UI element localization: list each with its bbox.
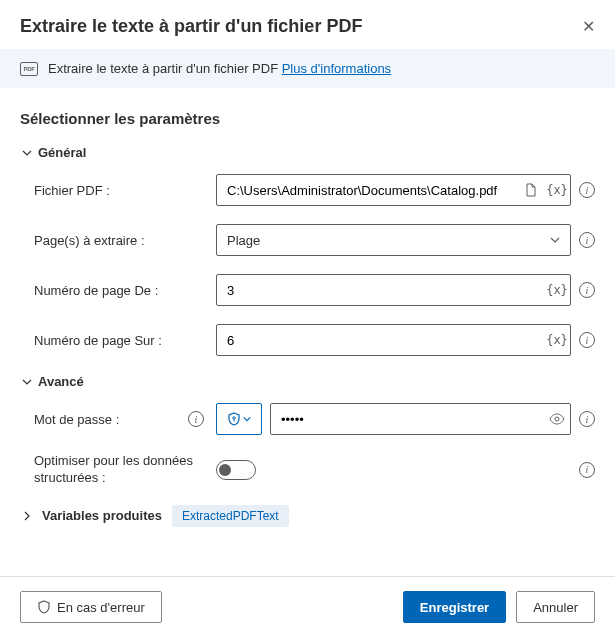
- row-pdf-file: Fichier PDF : {x} i: [20, 174, 595, 206]
- group-advanced[interactable]: Avancé: [22, 374, 595, 389]
- eye-icon[interactable]: [544, 411, 570, 427]
- pdf-file-input-wrap: {x}: [216, 174, 571, 206]
- pdf-file-label: Fichier PDF :: [34, 183, 216, 198]
- pages-select[interactable]: Plage: [216, 224, 571, 256]
- row-pages: Page(s) à extraire : Plage i: [20, 224, 595, 256]
- info-icon[interactable]: i: [579, 282, 595, 298]
- svg-point-0: [233, 417, 235, 419]
- pdf-file-input[interactable]: [217, 175, 518, 205]
- variable-picker-icon[interactable]: {x}: [544, 183, 570, 197]
- page-to-label: Numéro de page Sur :: [34, 333, 216, 348]
- close-icon[interactable]: ✕: [582, 17, 595, 36]
- variable-picker-icon[interactable]: {x}: [544, 283, 570, 297]
- dialog-footer: En cas d'erreur Enregistrer Annuler: [0, 576, 615, 637]
- page-to-input[interactable]: [217, 325, 544, 355]
- more-info-link[interactable]: Plus d'informations: [282, 61, 391, 76]
- page-to-input-wrap: {x}: [216, 324, 571, 356]
- password-input-wrap: [270, 403, 571, 435]
- pages-label: Page(s) à extraire :: [34, 233, 216, 248]
- row-password: Mot de passe : i i: [20, 403, 595, 435]
- optimize-label: Optimiser pour les données structurées :: [34, 453, 216, 487]
- page-from-input-wrap: {x}: [216, 274, 571, 306]
- cancel-button[interactable]: Annuler: [516, 591, 595, 623]
- password-label: Mot de passe : i: [34, 411, 216, 427]
- section-title: Sélectionner les paramètres: [20, 110, 595, 127]
- file-picker-icon[interactable]: [518, 183, 544, 197]
- variables-label: Variables produites: [42, 508, 162, 523]
- dialog-title: Extraire le texte à partir d'un fichier …: [20, 16, 362, 37]
- group-general[interactable]: Général: [22, 145, 595, 160]
- chevron-right-icon: [22, 511, 32, 521]
- banner-text: Extraire le texte à partir d'un fichier …: [48, 61, 391, 76]
- chevron-down-icon: [22, 148, 32, 158]
- chevron-down-icon: [243, 415, 251, 423]
- optimize-toggle[interactable]: [216, 460, 256, 480]
- info-icon[interactable]: i: [579, 232, 595, 248]
- info-icon[interactable]: i: [579, 411, 595, 427]
- password-input[interactable]: [271, 404, 544, 434]
- row-page-from: Numéro de page De : {x} i: [20, 274, 595, 306]
- page-from-input[interactable]: [217, 275, 544, 305]
- row-optimize: Optimiser pour les données structurées :…: [20, 453, 595, 487]
- variables-row[interactable]: Variables produites ExtractedPDFText: [20, 505, 595, 527]
- info-icon[interactable]: i: [579, 462, 595, 478]
- credential-picker[interactable]: [216, 403, 262, 435]
- save-button[interactable]: Enregistrer: [403, 591, 506, 623]
- page-from-label: Numéro de page De :: [34, 283, 216, 298]
- row-page-to: Numéro de page Sur : {x} i: [20, 324, 595, 356]
- info-icon[interactable]: i: [579, 332, 595, 348]
- info-icon[interactable]: i: [579, 182, 595, 198]
- variable-pill[interactable]: ExtractedPDFText: [172, 505, 289, 527]
- svg-point-1: [555, 417, 559, 421]
- shield-icon: [37, 600, 51, 614]
- chevron-down-icon: [550, 235, 560, 245]
- info-icon[interactable]: i: [188, 411, 204, 427]
- on-error-button[interactable]: En cas d'erreur: [20, 591, 162, 623]
- content-area: Sélectionner les paramètres Général Fich…: [0, 88, 615, 527]
- dialog-header: Extraire le texte à partir d'un fichier …: [0, 0, 615, 49]
- info-banner: PDF Extraire le texte à partir d'un fich…: [0, 49, 615, 88]
- variable-picker-icon[interactable]: {x}: [544, 333, 570, 347]
- chevron-down-icon: [22, 377, 32, 387]
- pdf-icon: PDF: [20, 62, 38, 76]
- shield-icon: [227, 412, 241, 426]
- toggle-knob: [219, 464, 231, 476]
